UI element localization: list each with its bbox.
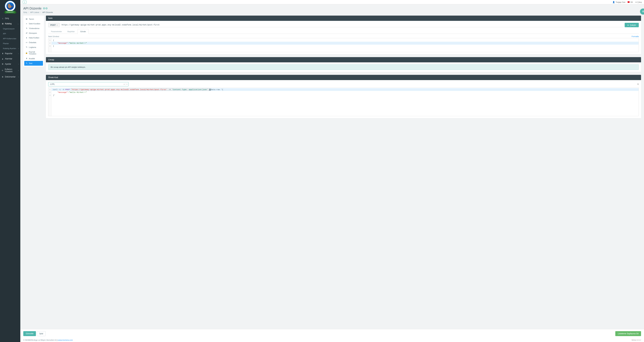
- gear-icon: ⚙: [642, 10, 644, 13]
- copy-button[interactable]: ⧉: [637, 83, 639, 86]
- rules-icon: ≡: [26, 23, 28, 25]
- language-menu[interactable]: Dil: [628, 1, 632, 3]
- nav-label: Kullanıcı Yönetimi: [5, 68, 17, 73]
- tab-routing[interactable]: ↯Yönlendirme: [24, 26, 43, 31]
- nav-label: Organizasyon: [3, 28, 14, 30]
- tab-definition[interactable]: ▤Tanım: [24, 17, 43, 21]
- copyright: © INOMERA Arge ve Bilişim Hizmetleri A.Ş…: [23, 339, 58, 341]
- chevron-down-icon: ▾: [126, 83, 128, 85]
- gears-icon: ⚙⚙: [43, 7, 48, 10]
- goto-list-button[interactable]: Listeleme Sayfasına Git: [615, 331, 641, 336]
- nav-api[interactable]: API: [0, 31, 20, 36]
- chevron-right-icon: ‹: [18, 53, 19, 55]
- update-button[interactable]: Güncelle: [23, 331, 36, 336]
- nav-api-users[interactable]: API Kullanıcıları: [0, 36, 20, 41]
- nav-catalog[interactable]: ⊞Katalog⌄: [0, 21, 20, 26]
- logout-button[interactable]: ⇥Çıkış: [635, 1, 642, 3]
- nav-label: Alarmlar: [5, 58, 12, 60]
- response-panel: Cevap Bir cevap almak için API isteğini …: [46, 57, 641, 72]
- user-menu[interactable]: 👤Turgay Can: [612, 1, 626, 3]
- chevron-right-icon: ‹: [18, 76, 19, 78]
- chart-icon: ⬍: [2, 53, 4, 55]
- content: ▤Tanım ≡İstek Kuralları ↯Yönlendirme ⇄Dö…: [20, 15, 644, 328]
- page-title: API Düzenle ⚙⚙: [23, 7, 641, 10]
- nav-plans[interactable]: Planlar: [0, 41, 20, 46]
- nav-organization[interactable]: Organizasyon: [0, 26, 20, 31]
- page-title-text: API Düzenle: [23, 7, 42, 10]
- nav-docs[interactable]: 🗎Dokümanlar‹: [0, 74, 20, 79]
- send-icon: ➤: [627, 24, 629, 26]
- text-cursor: [209, 89, 211, 91]
- tab-logging[interactable]: ↻Loglama: [24, 45, 43, 50]
- chevron-right-icon: ‹: [18, 63, 19, 65]
- tab-headers[interactable]: Başlıklar: [64, 29, 78, 34]
- nav-label: Giriş: [5, 17, 9, 20]
- tab-label: Hata Kodları: [29, 37, 39, 39]
- sample-code-editor[interactable]: 123 curl -L -X POST 'https://gateway-api…: [48, 87, 639, 116]
- breadcrumb: Giriş / API Listesi / API Düzenle: [23, 11, 641, 13]
- bolt-icon: ↯: [26, 27, 28, 29]
- refresh-icon: ↻: [26, 46, 28, 48]
- tab-error-codes[interactable]: ●Hata Kodları: [24, 36, 43, 40]
- breadcrumb-home[interactable]: Giriş: [23, 11, 27, 13]
- main-nav: ⌂Giriş ⊞Katalog⌄ Organizasyon API API Ku…: [0, 16, 20, 79]
- nav-label: Katalog Ayarları: [3, 48, 16, 49]
- tab-body[interactable]: Gövde: [78, 29, 89, 34]
- chart-icon: ⬍: [26, 58, 28, 60]
- brand-logo: 🦫 PRIMARY: [0, 0, 20, 14]
- swap-icon: ⇄: [26, 32, 28, 34]
- format-button[interactable]: Formatla: [632, 36, 639, 38]
- info-icon: ●: [26, 37, 28, 39]
- pencil-icon: ✎: [26, 62, 28, 64]
- clear-icon[interactable]: ×: [123, 83, 126, 86]
- nav-user-mgmt[interactable]: ⛭Kullanıcı Yönetimi‹: [0, 67, 20, 74]
- footer-link[interactable]: www.inomera.com: [58, 339, 73, 341]
- run-label: Çalıştır: [630, 24, 636, 26]
- run-button[interactable]: ➤ Çalıştır: [625, 23, 639, 27]
- logo-mascot: 🦫: [6, 2, 14, 10]
- left-sidebar: 🦫 PRIMARY ⌂Giriş ⊞Katalog⌄ Organizasyon …: [0, 0, 20, 342]
- cancel-button[interactable]: İptal: [37, 331, 46, 336]
- nav-catalog-settings[interactable]: Katalog Ayarları‹: [0, 46, 20, 51]
- tab-analytics[interactable]: ⬍Analitik: [24, 56, 43, 61]
- line-gutter: 123: [48, 88, 52, 116]
- lang-label: Dil: [630, 1, 632, 3]
- tab-label: Yönlendirme: [29, 28, 40, 29]
- doc-icon: 🗎: [2, 76, 4, 78]
- tab-transform[interactable]: ⇄Dönüşüm: [24, 31, 43, 36]
- tab-test[interactable]: ✎Test: [24, 61, 43, 66]
- request-url-input[interactable]: [61, 23, 623, 27]
- users-icon: ⛭: [2, 69, 4, 71]
- tab-label: Dönüşüm: [29, 32, 37, 34]
- chevron-down-icon: ⌄: [18, 23, 19, 25]
- chevron-right-icon: ‹: [18, 48, 19, 49]
- action-bar: Güncelle İptal Listeleme Sayfasına Git: [20, 329, 644, 338]
- logo-circle: 🦫: [5, 1, 16, 12]
- sidebar-toggle-button[interactable]: ≡: [23, 1, 26, 4]
- gear-icon: ⚙: [2, 63, 4, 65]
- nav-home[interactable]: ⌂Giriş: [0, 16, 20, 21]
- nav-settings[interactable]: ⚙Ayarlar‹: [0, 61, 20, 67]
- body-label: İstek Gövdesi: [48, 36, 59, 38]
- nav-label: Raporlar: [5, 52, 12, 55]
- http-method-select[interactable]: POST ▾: [48, 23, 60, 27]
- tab-cache[interactable]: ▭Önbellek: [24, 40, 43, 45]
- tab-params[interactable]: Parametreler: [48, 29, 64, 34]
- nav-label: Dokümanlar: [5, 76, 16, 78]
- breadcrumb-list[interactable]: API Listesi: [30, 11, 39, 13]
- tab-label: Test: [29, 62, 32, 64]
- topbar: ≡ 👤Turgay Can Dil ⇥Çıkış: [20, 0, 644, 4]
- tab-resource-mgmt[interactable]: 🔒Kaynak Yönetimi: [24, 50, 43, 56]
- tab-request-rules[interactable]: ≡İstek Kuralları: [24, 21, 43, 26]
- request-body-editor[interactable]: 123 { "message":"Hello mirket!!"}: [48, 38, 639, 52]
- breadcrumb-sep: /: [40, 11, 41, 13]
- nav-reports[interactable]: ⬍Raporlar‹: [0, 51, 20, 56]
- breadcrumb-sep: /: [28, 11, 29, 13]
- code-language-value: cURL: [50, 83, 55, 85]
- nav-label: Ayarlar: [5, 63, 11, 65]
- nav-alarms[interactable]: ▲Alarmlar: [0, 56, 20, 61]
- grid-icon: ⊞: [2, 23, 4, 25]
- request-panel: İstek POST ▾ ➤ Çalıştır: [46, 16, 641, 54]
- lock-icon: 🔒: [26, 52, 28, 54]
- code-language-select[interactable]: cURL × ▾: [48, 82, 128, 86]
